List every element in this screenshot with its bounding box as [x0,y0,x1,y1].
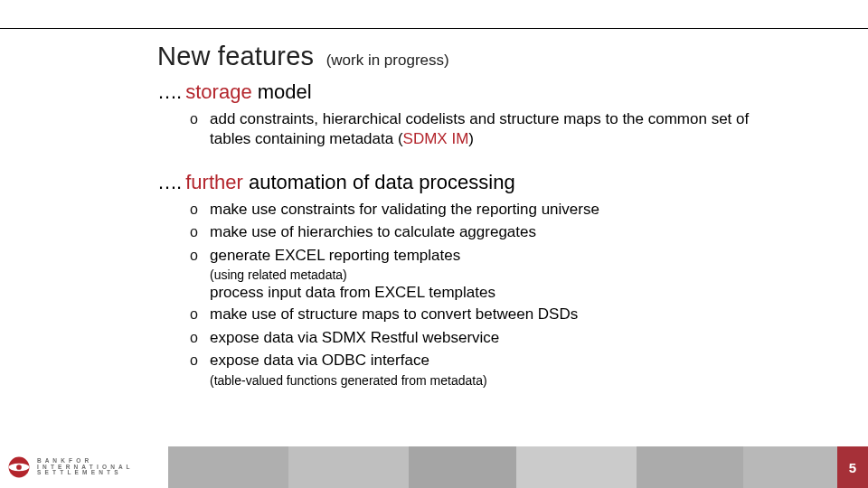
page-number: 5 [849,460,856,475]
list-item: o make use of structure maps to convert … [190,305,790,324]
bullet-text: make use constraints for validating the … [210,200,599,220]
list-item: o add constraints, hierarchical codelist… [190,109,790,150]
top-bar [0,0,868,29]
list-item: o make use constraints for validating th… [190,200,790,220]
section-automation: …. further automation of data processing [157,171,790,194]
link-sdmx-im[interactable]: SDMX IM [403,130,469,147]
list-item: o expose data via ODBC interface [190,351,790,371]
bullets-section-2: o make use constraints for validating th… [190,200,790,266]
bullet-text: expose data via SDMX Restful webservice [210,328,499,348]
footer-image-strip [168,446,837,488]
bullet-text: expose data via ODBC interface [210,351,429,371]
bullets-section-2b: o make use of structure maps to convert … [190,305,790,371]
bullet-text: make use of structure maps to convert be… [210,305,578,324]
slide-title: New features (work in progress) [157,42,790,71]
bullet-note: (using related metadata) [210,267,790,282]
bullets-section-1: o add constraints, hierarchical codelist… [190,109,790,150]
bullet-note: (table-valued functions generated from m… [210,373,790,388]
list-item: o make use of hierarchies to calculate a… [190,222,790,242]
list-item: o expose data via SDMX Restful webservic… [190,328,790,348]
page-number-box: 5 [837,446,868,488]
bullet-text: make use of hierarchies to calculate agg… [210,222,536,242]
footer-logo-area: B A N K F O R I N T E R N A T I O N A L … [0,446,168,488]
content-area: New features (work in progress) …. stora… [157,42,790,389]
plain-line: process input data from EXCEL templates [210,284,790,302]
slide: New features (work in progress) …. stora… [0,0,868,488]
bullet-text: add constraints, hierarchical codelists … [210,109,790,150]
bis-logo-text: B A N K F O R I N T E R N A T I O N A L … [37,458,131,476]
section-storage-model: …. storage model [157,80,790,104]
bullet-text: generate EXCEL reporting templates [210,246,460,266]
footer: B A N K F O R I N T E R N A T I O N A L … [0,446,868,488]
svg-point-2 [16,465,22,470]
bis-logo-icon [7,455,31,479]
list-item: o generate EXCEL reporting templates [190,246,790,266]
title-subtitle: (work in progress) [326,52,449,69]
title-main: New features [157,42,314,70]
bullet-marker: o [190,109,210,129]
bis-logo: B A N K F O R I N T E R N A T I O N A L … [7,455,131,479]
